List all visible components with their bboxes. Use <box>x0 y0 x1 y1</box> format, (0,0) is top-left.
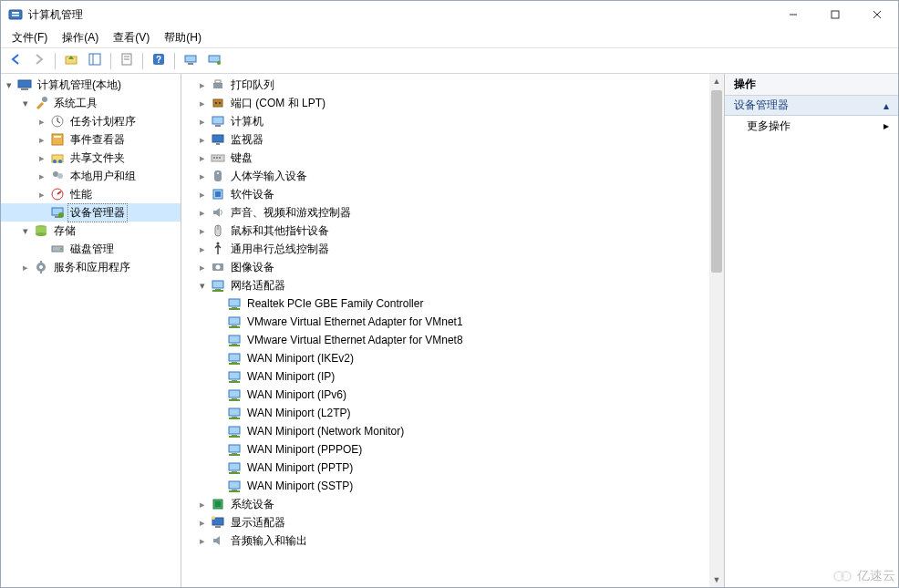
device-tree-item[interactable]: 网络适配器 <box>181 276 709 294</box>
device-tree-item[interactable]: 端口 (COM 和 LPT) <box>181 94 709 112</box>
actions-panel-section[interactable]: 设备管理器 ▴ <box>725 96 898 116</box>
device-tree-item[interactable]: 打印队列 <box>181 76 709 94</box>
view-connections-button[interactable] <box>203 51 225 71</box>
expand-toggle-icon[interactable] <box>36 151 48 164</box>
console-tree-item[interactable]: 计算机管理(本地) <box>1 76 181 94</box>
tree-item-label: VMware Virtual Ethernet Adapter for VMne… <box>245 333 465 347</box>
expand-toggle-icon[interactable] <box>19 224 32 237</box>
scrollbar[interactable]: ▲ ▼ <box>709 74 724 587</box>
device-tree-item[interactable]: 鼠标和其他指针设备 <box>181 222 709 240</box>
console-tree-item[interactable]: 磁盘管理 <box>1 240 181 258</box>
up-button[interactable] <box>60 51 82 71</box>
device-tree-item[interactable]: VMware Virtual Ethernet Adapter for VMne… <box>181 313 709 331</box>
device-tree-panel: 打印队列端口 (COM 和 LPT)计算机监视器键盘人体学输入设备软件设备声音、… <box>181 74 725 587</box>
console-tree-item[interactable]: 存储 <box>1 222 181 240</box>
device-tree[interactable]: 打印队列端口 (COM 和 LPT)计算机监视器键盘人体学输入设备软件设备声音、… <box>181 76 709 550</box>
expand-toggle-icon[interactable] <box>3 78 16 91</box>
tree-item-label: WAN Miniport (IKEv2) <box>245 351 356 366</box>
svg-point-36 <box>58 212 64 218</box>
expand-toggle-icon[interactable] <box>196 133 209 146</box>
device-tree-item[interactable]: 通用串行总线控制器 <box>181 240 709 258</box>
device-tree-item[interactable]: 系统设备 <box>181 495 709 513</box>
show-hide-tree-button[interactable] <box>84 51 106 71</box>
expand-toggle-icon[interactable] <box>196 78 209 91</box>
expand-toggle-icon[interactable] <box>36 188 48 201</box>
console-tree[interactable]: 计算机管理(本地)系统工具任务计划程序事件查看器共享文件夹本地用户和组性能设备管… <box>1 76 181 276</box>
back-button[interactable] <box>5 51 26 71</box>
menu-help[interactable]: 帮助(H) <box>157 28 209 47</box>
scroll-thumb[interactable] <box>711 90 722 273</box>
console-tree-item[interactable]: 设备管理器 <box>1 203 181 222</box>
device-tree-item[interactable]: WAN Miniport (IP) <box>181 367 709 386</box>
svg-rect-107 <box>215 526 221 528</box>
menu-view[interactable]: 查看(V) <box>106 28 157 47</box>
expand-toggle-icon[interactable] <box>196 206 209 219</box>
scroll-up-icon[interactable]: ▲ <box>709 74 724 88</box>
menu-file[interactable]: 文件(F) <box>5 28 55 47</box>
properties-button[interactable] <box>116 51 138 71</box>
device-tree-item[interactable]: WAN Miniport (L2TP) <box>181 404 709 422</box>
console-tree-item[interactable]: 系统工具 <box>1 94 181 112</box>
expand-toggle-icon[interactable] <box>196 534 209 547</box>
tree-item-label: VMware Virtual Ethernet Adapter for VMne… <box>245 315 465 329</box>
device-tree-item[interactable]: VMware Virtual Ethernet Adapter for VMne… <box>181 331 709 349</box>
device-tree-item[interactable]: 键盘 <box>181 149 709 167</box>
expand-toggle-icon[interactable] <box>196 279 209 292</box>
svg-rect-49 <box>215 102 217 104</box>
tree-item-label: WAN Miniport (L2TP) <box>245 406 353 420</box>
expand-toggle-icon[interactable] <box>196 242 209 255</box>
device-tree-item[interactable]: 图像设备 <box>181 258 709 276</box>
device-tree-item[interactable]: WAN Miniport (Network Monitor) <box>181 422 709 440</box>
expand-toggle-icon[interactable] <box>196 115 209 128</box>
minimize-button[interactable] <box>772 1 814 28</box>
expand-toggle-icon[interactable] <box>196 188 209 201</box>
console-tree-item[interactable]: 任务计划程序 <box>1 112 181 130</box>
expand-toggle-icon[interactable] <box>36 133 48 146</box>
device-tree-item[interactable]: WAN Miniport (IPv6) <box>181 386 709 404</box>
more-actions-item[interactable]: 更多操作 ▸ <box>725 116 898 136</box>
maximize-button[interactable] <box>814 1 856 28</box>
device-tree-item[interactable]: WAN Miniport (PPPOE) <box>181 440 709 459</box>
expand-toggle-icon[interactable] <box>196 224 209 237</box>
help-button[interactable]: ? <box>148 51 170 71</box>
expand-toggle-icon <box>212 480 225 492</box>
expand-toggle-icon[interactable] <box>36 115 48 128</box>
device-tree-item[interactable]: 显示适配器 <box>181 513 709 531</box>
svg-rect-58 <box>219 157 221 159</box>
device-tree-item[interactable]: WAN Miniport (IKEv2) <box>181 349 709 367</box>
scroll-down-icon[interactable]: ▼ <box>709 573 724 587</box>
console-tree-item[interactable]: 共享文件夹 <box>1 149 181 167</box>
expand-toggle-icon[interactable] <box>196 261 209 273</box>
expand-toggle-icon[interactable] <box>196 498 209 511</box>
console-tree-item[interactable]: 事件查看器 <box>1 130 181 149</box>
expand-toggle-icon[interactable] <box>196 516 209 529</box>
tree-item-label: 音频输入和输出 <box>229 532 309 550</box>
expand-toggle-icon[interactable] <box>19 97 32 109</box>
console-tree-item[interactable]: 性能 <box>1 185 181 203</box>
svg-rect-48 <box>213 99 222 107</box>
device-tree-item[interactable]: 软件设备 <box>181 185 709 203</box>
device-tree-item[interactable]: WAN Miniport (PPTP) <box>181 459 709 477</box>
device-tree-item[interactable]: 监视器 <box>181 130 709 149</box>
device-tree-item[interactable]: 音频输入和输出 <box>181 531 709 550</box>
app-window: 计算机管理 文件(F) 操作(A) 查看(V) 帮助(H) ? <box>0 0 899 588</box>
printer-icon <box>211 77 225 92</box>
close-button[interactable] <box>856 1 898 28</box>
device-tree-item[interactable]: 计算机 <box>181 112 709 130</box>
menu-action[interactable]: 操作(A) <box>55 28 106 47</box>
device-tree-item[interactable]: 声音、视频和游戏控制器 <box>181 203 709 222</box>
expand-toggle-icon[interactable] <box>196 151 209 164</box>
device-tree-item[interactable]: WAN Miniport (SSTP) <box>181 477 709 495</box>
console-tree-item[interactable]: 本地用户和组 <box>1 167 181 185</box>
expand-toggle-icon[interactable] <box>19 261 32 273</box>
tree-item-label: WAN Miniport (Network Monitor) <box>245 424 406 438</box>
view-devices-button[interactable] <box>180 51 202 71</box>
expand-toggle-icon[interactable] <box>36 170 48 182</box>
expand-toggle-icon[interactable] <box>196 170 209 182</box>
forward-button[interactable] <box>28 51 50 71</box>
device-tree-item[interactable]: Realtek PCIe GBE Family Controller <box>181 294 709 313</box>
net-adapter-icon <box>227 351 242 366</box>
console-tree-item[interactable]: 服务和应用程序 <box>1 258 181 276</box>
expand-toggle-icon[interactable] <box>196 97 209 109</box>
device-tree-item[interactable]: 人体学输入设备 <box>181 167 709 185</box>
